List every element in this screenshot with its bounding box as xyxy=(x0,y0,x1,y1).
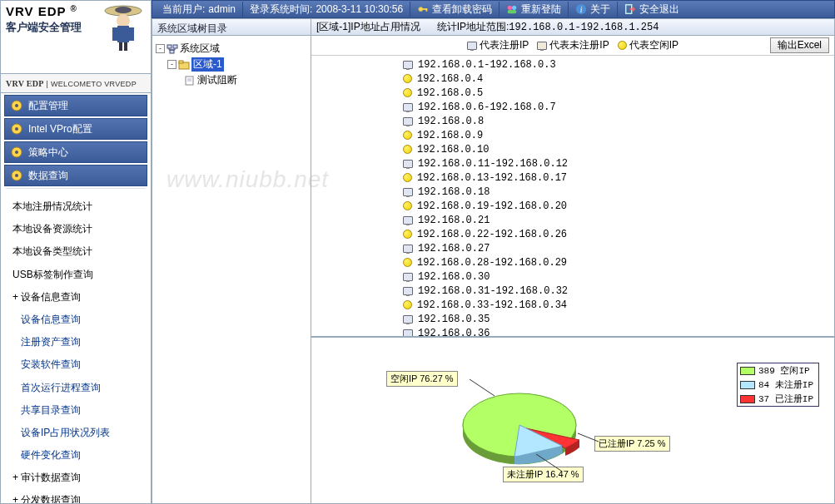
nav-link-10[interactable]: 设备IP占用状况列表 xyxy=(1,422,151,444)
ip-row[interactable]: 192.168.0.5 xyxy=(403,86,831,100)
legend-registered: 代表注册IP xyxy=(467,38,529,52)
ip-row[interactable]: 192.168.0.22-192.168.0.26 xyxy=(403,227,831,241)
svg-rect-32 xyxy=(173,45,177,48)
login-time-value: 2008-3-11 10:30:56 xyxy=(316,3,403,15)
collapse-icon[interactable]: - xyxy=(167,60,176,69)
monitor-icon xyxy=(403,273,413,281)
tree-node-area1[interactable]: - 区域-1 xyxy=(156,57,307,72)
current-user-label: 当前用户: xyxy=(162,2,205,17)
ip-row[interactable]: 192.168.0.8 xyxy=(403,114,831,128)
about-button[interactable]: i 关于 xyxy=(569,2,617,17)
relogin-label: 重新登陆 xyxy=(521,2,561,17)
ip-row[interactable]: 192.168.0.27 xyxy=(403,241,831,255)
ip-row[interactable]: 192.168.0.11-192.168.0.12 xyxy=(403,156,831,170)
monitor-icon xyxy=(403,315,413,324)
ip-row[interactable]: 192.168.0.33-192.168.0.34 xyxy=(403,298,831,312)
ip-row[interactable]: 192.168.0.19-192.168.0.20 xyxy=(403,199,831,213)
ip-row[interactable]: 192.168.0.28-192.168.0.29 xyxy=(403,255,831,269)
svg-rect-31 xyxy=(167,45,171,48)
svg-point-3 xyxy=(508,6,512,10)
ip-row[interactable]: 192.168.0.9 xyxy=(403,128,831,142)
users-icon xyxy=(506,3,518,15)
swatch-icon xyxy=(740,367,755,375)
legend-row: 37 已注册IP xyxy=(738,392,818,406)
nav-link-5[interactable]: 设备信息查询 xyxy=(1,309,151,331)
about-label: 关于 xyxy=(590,2,610,17)
nav-link-1[interactable]: 本地设备资源统计 xyxy=(1,218,151,240)
swatch-icon xyxy=(740,395,755,403)
ip-text: 192.168.0.35 xyxy=(418,314,490,325)
nav-link-11[interactable]: 硬件变化查询 xyxy=(1,444,151,467)
nav-link-13[interactable]: + 分发数据查询 xyxy=(1,489,151,504)
monitor-icon xyxy=(403,160,413,168)
network-icon xyxy=(167,44,178,54)
ip-row[interactable]: 192.168.0.10 xyxy=(403,142,831,156)
dot-icon xyxy=(403,173,412,182)
ip-text: 192.168.0.10 xyxy=(417,144,489,156)
gear-icon xyxy=(10,99,23,112)
safe-exit-label: 安全退出 xyxy=(639,2,679,17)
view-uninstall-password-label: 查看卸载密码 xyxy=(432,2,492,17)
ip-text: 192.168.0.27 xyxy=(418,243,490,254)
nav-button-3[interactable]: 数据查询 xyxy=(4,165,147,186)
svg-line-43 xyxy=(578,433,599,442)
ip-row[interactable]: 192.168.0.4 xyxy=(403,72,831,86)
svg-point-22 xyxy=(15,151,18,154)
monitor-icon xyxy=(403,103,413,111)
chart-legend: 389 空闲IP 84 未注册IP 37 已注册IP xyxy=(737,363,819,407)
safe-exit-button[interactable]: 安全退出 xyxy=(618,2,686,17)
nav-button-label: Intel VPro配置 xyxy=(28,122,92,136)
monitor-icon xyxy=(403,245,413,253)
nav-link-2[interactable]: 本地设备类型统计 xyxy=(1,240,151,263)
ip-text: 192.168.0.31-192.168.0.32 xyxy=(418,285,568,297)
view-uninstall-password-button[interactable]: 查看卸载密码 xyxy=(410,2,499,17)
svg-point-24 xyxy=(15,174,18,177)
ip-row[interactable]: 192.168.0.21 xyxy=(403,213,831,227)
ip-text: 192.168.0.13-192.168.0.17 xyxy=(417,172,567,184)
svg-text:i: i xyxy=(580,5,583,14)
nav-link-8[interactable]: 首次运行进程查询 xyxy=(1,377,151,399)
nav-button-1[interactable]: Intel VPro配置 xyxy=(4,118,147,140)
tree-leaf-label: 测试阻断 xyxy=(197,73,237,87)
nav-link-9[interactable]: 共享目录查询 xyxy=(1,399,151,422)
monitor-icon xyxy=(403,287,413,295)
ip-text: 192.168.0.6-192.168.0.7 xyxy=(418,101,556,113)
main-header: [区域-1]IP地址占用情况 统计IP地址范围:192.168.0.1-192.… xyxy=(311,19,834,36)
tree-panel: 系统区域树目录 - 系统区域 - 区域-1 测试阻断 xyxy=(152,18,311,504)
ip-row[interactable]: 192.168.0.1-192.168.0.3 xyxy=(403,57,831,72)
nav-link-7[interactable]: 安装软件查询 xyxy=(1,353,151,376)
nav-link-3[interactable]: USB标签制作查询 xyxy=(1,264,151,286)
tree-leaf-test[interactable]: 测试阻断 xyxy=(156,72,307,88)
ip-row[interactable]: 192.168.0.31-192.168.0.32 xyxy=(403,284,831,298)
ip-row[interactable]: 192.168.0.36 xyxy=(403,326,831,337)
nav-link-4[interactable]: + 设备信息查询 xyxy=(1,286,151,309)
nav-button-label: 配置管理 xyxy=(28,99,68,113)
ip-row[interactable]: 192.168.0.18 xyxy=(403,185,831,199)
collapse-icon[interactable]: - xyxy=(156,44,165,53)
chart-zone: 空闲IP 76.27 % 未注册IP 16.47 % 已注册IP 7.25 % … xyxy=(311,337,834,503)
monitor-icon xyxy=(403,188,413,196)
nav-link-0[interactable]: 本地注册情况统计 xyxy=(1,195,151,218)
ip-row[interactable]: 192.168.0.35 xyxy=(403,312,831,326)
ip-text: 192.168.0.9 xyxy=(417,130,483,141)
ip-row[interactable]: 192.168.0.6-192.168.0.7 xyxy=(403,100,831,114)
svg-line-41 xyxy=(470,379,495,396)
export-excel-button[interactable]: 输出Excel xyxy=(770,37,829,53)
ip-list[interactable]: 192.168.0.1-192.168.0.3192.168.0.4192.16… xyxy=(311,56,834,337)
nav-button-0[interactable]: 配置管理 xyxy=(4,95,147,116)
svg-point-10 xyxy=(115,7,132,13)
tree-title: 系统区域树目录 xyxy=(152,19,311,36)
ip-row[interactable]: 192.168.0.13-192.168.0.17 xyxy=(403,170,831,185)
chip-icon xyxy=(10,122,23,136)
nav-button-2[interactable]: 策略中心 xyxy=(4,141,147,163)
tree-root[interactable]: - 系统区域 xyxy=(156,41,307,57)
relogin-button[interactable]: 重新登陆 xyxy=(500,2,568,17)
ip-text: 192.168.0.30 xyxy=(418,271,490,283)
ip-text: 192.168.0.19-192.168.0.20 xyxy=(417,200,567,212)
ip-text: 192.168.0.22-192.168.0.26 xyxy=(417,229,567,240)
brand-small: VRV EDP | WELCOMETO VRVEDP xyxy=(0,73,152,93)
ip-row[interactable]: 192.168.0.30 xyxy=(403,269,831,284)
nav-link-6[interactable]: 注册资产查询 xyxy=(1,331,151,353)
target-icon xyxy=(10,146,23,159)
nav-link-12[interactable]: + 审计数据查询 xyxy=(1,467,151,489)
